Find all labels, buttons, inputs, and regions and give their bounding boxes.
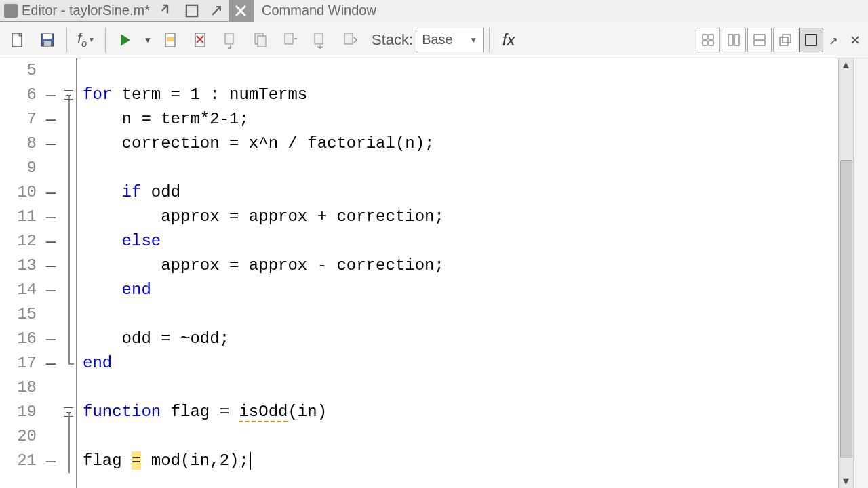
function-hint-button[interactable]: fo ▼ bbox=[73, 26, 100, 54]
code-line[interactable]: flag = mod(in,2); bbox=[83, 449, 838, 473]
new-file-button[interactable] bbox=[4, 26, 31, 54]
editor-pane-controls bbox=[155, 0, 253, 22]
svg-rect-22 bbox=[780, 37, 788, 45]
executable-mark[interactable] bbox=[41, 424, 61, 449]
layout-buttons bbox=[696, 28, 823, 52]
svg-rect-21 bbox=[754, 41, 765, 45]
run-dropdown[interactable]: ▼ bbox=[141, 26, 155, 54]
layout-float-icon[interactable] bbox=[773, 28, 797, 52]
executable-mark[interactable]: — bbox=[41, 205, 61, 229]
run-to-cursor-button[interactable] bbox=[336, 26, 363, 54]
insert-fx-button[interactable]: fx bbox=[495, 26, 522, 54]
code-line[interactable]: approx = approx + correction; bbox=[83, 205, 838, 229]
stack-value: Base bbox=[422, 32, 453, 47]
run-button[interactable] bbox=[111, 26, 138, 54]
editor-area: 56789101112131415161718192021 ——————————… bbox=[0, 58, 868, 488]
fold-cell bbox=[61, 107, 76, 131]
fold-cell bbox=[61, 156, 76, 180]
exit-debug-button[interactable] bbox=[187, 26, 214, 54]
executable-mark[interactable]: — bbox=[41, 449, 61, 473]
svg-rect-10 bbox=[258, 36, 266, 47]
scroll-down-icon[interactable]: ▼ bbox=[839, 474, 853, 488]
command-window-tab[interactable]: Command Window bbox=[253, 0, 868, 22]
step-out-button[interactable] bbox=[277, 26, 304, 54]
save-button[interactable] bbox=[34, 26, 61, 54]
line-number: 13 bbox=[0, 253, 37, 278]
fold-cell bbox=[61, 375, 76, 400]
code-line[interactable] bbox=[83, 375, 838, 400]
scroll-up-icon[interactable]: ▲ bbox=[839, 58, 853, 72]
code-line[interactable]: else bbox=[83, 229, 838, 253]
code-line[interactable]: end bbox=[83, 278, 838, 302]
run-section-button[interactable] bbox=[157, 26, 184, 54]
line-number: 20 bbox=[0, 424, 37, 449]
close-toolbar-icon[interactable] bbox=[846, 26, 864, 54]
fold-cell bbox=[61, 205, 76, 229]
code-line[interactable] bbox=[83, 424, 838, 449]
executable-mark[interactable]: — bbox=[41, 351, 61, 375]
executable-mark[interactable]: — bbox=[41, 229, 61, 253]
executable-mark[interactable] bbox=[41, 302, 61, 327]
expand-toolbar-icon[interactable] bbox=[826, 26, 844, 54]
code-line[interactable]: function flag = isOdd(in) bbox=[83, 400, 838, 424]
dock-icon[interactable] bbox=[155, 0, 180, 22]
code-line[interactable]: if odd bbox=[83, 180, 838, 205]
layout-single-icon[interactable] bbox=[799, 28, 823, 52]
executable-mark[interactable] bbox=[41, 375, 61, 400]
vertical-scrollbar[interactable]: ▲ ▼ bbox=[838, 58, 853, 488]
fold-cell bbox=[61, 229, 76, 253]
code-line[interactable]: for term = 1 : numTerms bbox=[83, 83, 838, 107]
code-line[interactable]: approx = approx - correction; bbox=[83, 253, 838, 278]
scroll-thumb[interactable] bbox=[840, 160, 852, 458]
executable-mark[interactable] bbox=[41, 400, 61, 424]
fold-cell bbox=[61, 131, 76, 156]
undock-icon[interactable] bbox=[204, 0, 229, 22]
code-area[interactable]: for term = 1 : numTerms n = term*2-1; co… bbox=[77, 58, 838, 488]
svg-rect-16 bbox=[703, 41, 707, 45]
executable-mark[interactable] bbox=[41, 58, 61, 83]
step-in-button[interactable] bbox=[247, 26, 274, 54]
fold-cell bbox=[61, 424, 76, 449]
code-line[interactable]: correction = x^n / factorial(n); bbox=[83, 131, 838, 156]
fold-cell bbox=[61, 58, 76, 83]
line-number: 7 bbox=[0, 107, 37, 131]
executable-mark[interactable]: — bbox=[41, 131, 61, 156]
breakpoint-margin[interactable]: ——————————— bbox=[41, 58, 61, 488]
line-number: 9 bbox=[0, 156, 37, 180]
fold-cell bbox=[61, 180, 76, 205]
svg-rect-20 bbox=[754, 35, 765, 39]
svg-rect-23 bbox=[783, 35, 791, 43]
stack-selector[interactable]: Base ▼ bbox=[416, 28, 484, 52]
line-number: 14 bbox=[0, 278, 37, 302]
executable-mark[interactable]: — bbox=[41, 253, 61, 278]
line-number: 6 bbox=[0, 83, 37, 107]
fold-cell: − bbox=[61, 400, 76, 424]
code-line[interactable] bbox=[83, 58, 838, 83]
layout-split-h-icon[interactable] bbox=[747, 28, 772, 52]
stack-label: Stack: bbox=[372, 31, 413, 49]
step-button[interactable] bbox=[217, 26, 244, 54]
executable-mark[interactable]: — bbox=[41, 180, 61, 205]
svg-rect-4 bbox=[44, 41, 51, 46]
maximize-icon[interactable] bbox=[180, 0, 204, 22]
executable-mark[interactable]: — bbox=[41, 278, 61, 302]
continue-button[interactable] bbox=[307, 26, 334, 54]
svg-rect-13 bbox=[344, 33, 353, 44]
code-line[interactable]: odd = ~odd; bbox=[83, 327, 838, 351]
close-editor-icon[interactable] bbox=[229, 0, 253, 22]
executable-mark[interactable]: — bbox=[41, 327, 61, 351]
line-number: 18 bbox=[0, 375, 37, 400]
line-gutter: 56789101112131415161718192021 bbox=[0, 58, 41, 488]
fold-cell bbox=[61, 351, 76, 375]
layout-grid-icon[interactable] bbox=[696, 28, 720, 52]
code-line[interactable] bbox=[83, 156, 838, 180]
svg-rect-15 bbox=[709, 35, 713, 39]
app-icon bbox=[4, 4, 18, 18]
executable-mark[interactable]: — bbox=[41, 83, 61, 107]
code-line[interactable] bbox=[83, 302, 838, 327]
layout-split-v-icon[interactable] bbox=[722, 28, 746, 52]
executable-mark[interactable]: — bbox=[41, 107, 61, 131]
executable-mark[interactable] bbox=[41, 156, 61, 180]
code-line[interactable]: n = term*2-1; bbox=[83, 107, 838, 131]
code-line[interactable]: end bbox=[83, 351, 838, 375]
